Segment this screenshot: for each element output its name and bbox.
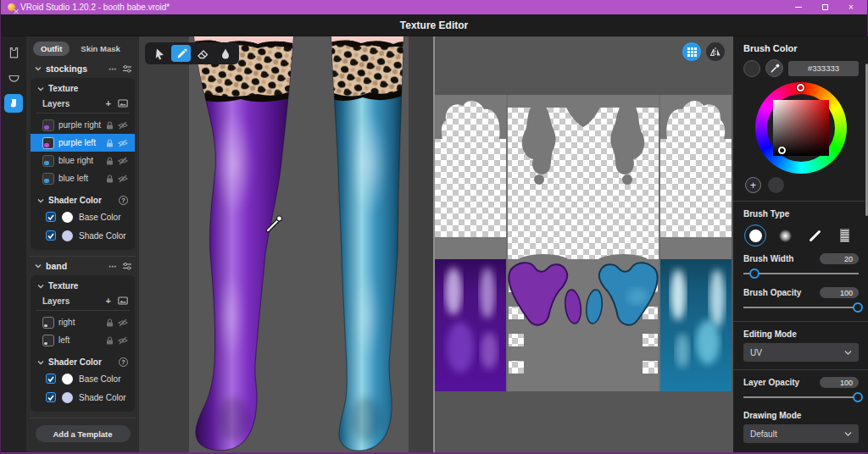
category-rail xyxy=(1,36,26,452)
shade-color-swatch[interactable] xyxy=(62,230,73,241)
texture-section-header[interactable]: Texture xyxy=(31,81,135,96)
shade-color-checkbox[interactable] xyxy=(46,392,56,402)
brush-type-hard[interactable] xyxy=(746,226,765,245)
lock-icon[interactable] xyxy=(106,157,114,165)
eye-off-icon[interactable] xyxy=(118,174,128,183)
help-icon[interactable]: ? xyxy=(119,357,128,367)
eyedropper-button[interactable] xyxy=(765,59,783,77)
editor-close-icon[interactable]: × xyxy=(8,3,24,19)
mirror-icon xyxy=(709,47,721,57)
shade-color-label: Shade Color xyxy=(79,231,126,241)
brush-color-title: Brush Color xyxy=(743,43,859,53)
eye-off-icon[interactable] xyxy=(118,121,128,130)
shader-color-header[interactable]: Shader Color ? xyxy=(31,193,135,208)
brush-type-soft[interactable] xyxy=(776,226,794,245)
drawing-mode-select[interactable]: Default xyxy=(743,424,859,443)
eye-off-icon[interactable] xyxy=(118,139,128,147)
rail-item-tops[interactable] xyxy=(4,43,23,62)
brush-width-value[interactable]: 20 xyxy=(820,253,859,264)
brush-tool[interactable] xyxy=(171,45,191,62)
group-header-stockings[interactable]: stockings ⋯ xyxy=(26,59,139,76)
layer-row-left[interactable]: left xyxy=(31,331,135,349)
brush-opacity-label: Brush Opacity xyxy=(743,288,820,297)
base-color-checkbox[interactable] xyxy=(46,212,56,222)
maximize-button[interactable] xyxy=(815,1,834,14)
color-wheel[interactable] xyxy=(755,82,847,174)
shader-color-header[interactable]: Shader Color ? xyxy=(31,355,135,369)
drawing-mode-label: Drawing Mode xyxy=(743,411,859,420)
eye-off-icon[interactable] xyxy=(118,318,128,327)
brush-type-line[interactable] xyxy=(805,226,824,245)
shade-color-label: Shade Color xyxy=(79,393,126,402)
shader-color-title: Shader Color xyxy=(48,196,102,205)
tab-outfit[interactable]: Outfit xyxy=(33,42,70,56)
layers-row: Layers + xyxy=(31,96,135,110)
import-image-icon[interactable] xyxy=(118,296,128,305)
layer-name: blue right xyxy=(58,156,102,165)
close-button[interactable]: × xyxy=(842,1,860,14)
model-viewport[interactable] xyxy=(139,36,433,452)
select-tool[interactable] xyxy=(149,45,169,62)
layer-row-purple-left[interactable]: purple left xyxy=(31,134,135,152)
help-icon[interactable]: ? xyxy=(119,196,128,205)
layer-row-purple-right[interactable]: purple right xyxy=(31,116,135,134)
layer-opacity-slider[interactable] xyxy=(743,391,859,403)
add-layer-icon[interactable]: + xyxy=(106,98,111,108)
sv-selector[interactable] xyxy=(778,147,786,154)
shade-color-checkbox[interactable] xyxy=(46,230,56,241)
eye-off-icon[interactable] xyxy=(118,336,128,345)
layer-opacity-value[interactable]: 100 xyxy=(820,377,859,388)
layer-thumbnail xyxy=(42,119,54,131)
lock-icon[interactable] xyxy=(106,174,114,183)
chevron-down-icon xyxy=(37,197,44,204)
saved-swatch[interactable] xyxy=(768,177,784,193)
layer-row-right[interactable]: right xyxy=(31,313,135,331)
eye-off-icon[interactable] xyxy=(118,157,128,165)
current-color-swatch[interactable] xyxy=(743,60,760,77)
brush-opacity-value[interactable]: 100 xyxy=(820,287,859,298)
minimize-button[interactable] xyxy=(789,1,808,14)
blur-tool[interactable] xyxy=(215,45,235,62)
group-header-band[interactable]: band ⋯ xyxy=(26,257,139,274)
rail-item-bottoms[interactable] xyxy=(4,69,23,87)
hex-color-input[interactable]: #333333 xyxy=(788,61,859,76)
layer-thumbnail xyxy=(42,317,54,329)
filter-settings-icon[interactable] xyxy=(122,262,132,270)
layer-opacity-handle[interactable] xyxy=(853,392,863,402)
brush-opacity-handle[interactable] xyxy=(853,302,863,313)
uv-grid-toggle[interactable] xyxy=(682,42,701,61)
tab-skin-mask[interactable]: Skin Mask xyxy=(73,42,127,56)
base-color-swatch[interactable] xyxy=(62,212,73,223)
uv-texture-map[interactable] xyxy=(435,95,732,391)
lock-icon[interactable] xyxy=(106,139,114,147)
shade-color-swatch[interactable] xyxy=(62,392,73,403)
brush-width-handle[interactable] xyxy=(749,269,760,279)
base-color-row: Base Color xyxy=(31,208,135,226)
filter-settings-icon[interactable] xyxy=(122,64,132,73)
lock-icon[interactable] xyxy=(106,121,114,130)
layer-row-blue-right[interactable]: blue right xyxy=(31,152,135,169)
add-layer-icon[interactable]: + xyxy=(106,296,111,306)
layer-row-blue-left[interactable]: blue left xyxy=(31,169,135,187)
add-template-button[interactable]: Add a Template xyxy=(36,425,131,442)
mirror-toggle[interactable] xyxy=(706,42,725,61)
viewport-toolbar xyxy=(145,42,239,64)
import-image-icon[interactable] xyxy=(118,99,128,108)
brush-width-slider[interactable] xyxy=(743,268,859,280)
lock-icon[interactable] xyxy=(106,318,114,327)
hue-selector[interactable] xyxy=(797,84,804,91)
brush-type-texture[interactable] xyxy=(835,226,854,245)
add-swatch-button[interactable]: + xyxy=(745,177,761,193)
rail-item-legwear[interactable] xyxy=(4,94,23,113)
eyedropper-icon xyxy=(770,64,780,74)
lock-icon[interactable] xyxy=(106,336,114,345)
base-color-checkbox[interactable] xyxy=(46,374,56,384)
more-options-icon[interactable]: ⋯ xyxy=(108,262,118,271)
editing-mode-select[interactable]: UV xyxy=(743,343,859,362)
texture-section-header[interactable]: Texture xyxy=(31,279,135,293)
brush-opacity-slider[interactable] xyxy=(743,302,859,313)
eraser-tool[interactable] xyxy=(193,45,213,62)
base-color-swatch[interactable] xyxy=(62,374,73,385)
more-options-icon[interactable]: ⋯ xyxy=(108,64,118,74)
layer-thumbnail xyxy=(42,173,54,185)
